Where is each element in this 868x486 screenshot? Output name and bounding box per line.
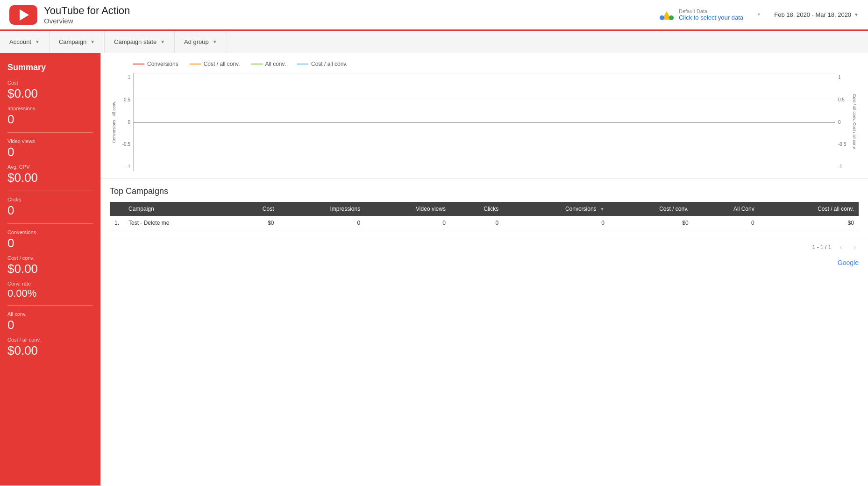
metric-group-conversions: Conversions 0 Cost / conv. $0.00 Conv. r… [7,223,93,300]
table-header: Campaign Cost Impressions Video views Cl… [110,202,859,216]
y-left-minus1: -1 [126,164,130,169]
filter-ad-group[interactable]: Ad group ▼ [175,31,227,53]
cell-num: 1. [110,216,124,230]
filter-ad-group-arrow: ▼ [213,39,217,44]
col-clicks[interactable]: Clicks [450,202,503,216]
y-left-minus05: -0.5 [122,142,130,147]
chart-25-line [134,98,835,98]
cell-campaign: Test - Delete me [124,216,233,230]
pagination-next-button[interactable]: › [851,242,859,252]
filter-campaign-state-label: Campaign state [114,38,157,45]
metric-cost-conv-label: Cost / conv. [7,255,93,261]
legend-conversions-line [133,64,144,64]
pagination: 1 - 1 / 1 ‹ › [100,238,868,256]
sort-icon-conversions: ▼ [600,207,605,212]
table-header-row: Campaign Cost Impressions Video views Cl… [110,202,859,216]
filter-campaign-state-arrow: ▼ [160,39,165,44]
y-axis-left-label: Conversions | All conv. [112,101,116,143]
cell-cost: $0 [233,216,278,230]
metric-impressions-value: 0 [7,112,93,127]
metric-avg-cpv-value: $0.00 [7,171,93,185]
col-cost-all-conv[interactable]: Cost / all conv. [759,202,859,216]
pagination-prev-button[interactable]: ‹ [837,242,845,252]
app-subtitle: Overview [44,17,130,25]
y-right-minus05: -0.5 [838,142,846,147]
legend-all-conv: All conv. [251,61,286,67]
y-right-05: 0.5 [838,97,845,102]
y-left-0: 0 [128,120,130,125]
filter-campaign-arrow: ▼ [90,39,95,44]
col-all-conv[interactable]: All Conv [693,202,759,216]
y-right-minus1: -1 [838,164,842,169]
data-source-text: Default Data Click to select your data [679,8,743,21]
legend-all-conv-line [251,64,263,64]
chart-plot-area [133,73,835,171]
header: YouTube for Action Overview Default Data… [0,0,868,31]
metric-group-all-conv: All conv. 0 Cost / all conv. $0.00 [7,305,93,358]
col-cost-per-conv[interactable]: Cost / conv. [609,202,693,216]
metric-video-views-label: Video views [7,138,93,144]
filter-campaign[interactable]: Campaign ▼ [50,31,105,53]
main-layout: Summary Cost $0.00 Impressions 0 Video v… [0,53,868,486]
y-right-1: 1 [838,75,841,80]
data-source-value: Click to select your data [679,14,743,21]
metric-cost-all-conv-label: Cost / all conv. [7,337,93,343]
table-section: Top Campaigns Campaign Cost Impressions … [100,179,868,238]
metric-cost-value: $0.00 [7,86,93,101]
data-source-selector[interactable]: Default Data Click to select your data [659,7,743,22]
col-impressions[interactable]: Impressions [279,202,365,216]
sidebar-title: Summary [7,63,93,72]
y-axis-right-label-container: Cost / all conv. Cost / all conv. [850,73,859,171]
col-video-views[interactable]: Video views [365,202,450,216]
filter-campaign-label: Campaign [59,38,86,45]
legend-cost-all-conv-2-label: Cost / all conv. [311,61,348,67]
legend-cost-all-conv-2-line [297,64,308,64]
date-range-arrow: ▼ [854,12,859,17]
col-num [110,202,124,216]
cell-cost-per-conv: $0 [609,216,693,230]
table-body: 1. Test - Delete me $0 0 0 0 0 $0 0 $0 [110,216,859,230]
col-conversions[interactable]: Conversions ▼ [503,202,609,216]
youtube-logo [9,5,37,25]
col-cost[interactable]: Cost [233,202,278,216]
campaigns-table: Campaign Cost Impressions Video views Cl… [110,202,859,230]
legend-cost-all-conv-1-label: Cost / all conv. [204,61,240,67]
header-right: Default Data Click to select your data •… [659,7,859,22]
filter-campaign-state[interactable]: Campaign state ▼ [105,31,175,53]
metric-all-conv-value: 0 [7,318,93,332]
header-title: YouTube for Action Overview [44,5,130,25]
cell-clicks: 0 [450,216,503,230]
metric-group-video: Video views 0 Avg. CPV $0.00 [7,132,93,185]
metric-cost-all-conv-value: $0.00 [7,343,93,358]
legend-conversions: Conversions [133,61,178,67]
app-title: YouTube for Action [44,5,130,17]
cell-impressions: 0 [279,216,365,230]
svg-point-2 [660,15,664,20]
table-row: 1. Test - Delete me $0 0 0 0 0 $0 0 $0 [110,216,859,230]
data-source-label: Default Data [679,8,743,14]
chart-legend: Conversions Cost / all conv. All conv. C… [110,61,859,67]
chart-container: Conversions Cost / all conv. All conv. C… [100,53,868,179]
y-left-1: 1 [128,75,130,80]
y-axis-right-values: 1 0.5 0 -0.5 -1 [835,73,850,171]
metric-cost-label: Cost [7,80,93,86]
y-axis-left-values: 1 0.5 0 -0.5 -1 [118,73,133,171]
pagination-text: 1 - 1 / 1 [812,244,832,250]
metric-clicks-value: 0 [7,203,93,218]
date-range-selector[interactable]: Feb 18, 2020 - Mar 18, 2020 ▼ [774,11,859,18]
play-icon [20,9,29,21]
metric-group-clicks: Clicks 0 [7,191,93,218]
footer: Google [100,256,868,269]
separator-dot-1: • [757,10,760,20]
legend-conversions-label: Conversions [147,61,178,67]
logo-container: YouTube for Action Overview [9,5,130,25]
svg-point-1 [669,15,674,20]
metric-impressions-label: Impressions [7,106,93,111]
filter-account-label: Account [9,38,31,45]
filter-account[interactable]: Account ▼ [9,31,50,53]
metric-all-conv-label: All conv. [7,311,93,317]
col-campaign[interactable]: Campaign [124,202,233,216]
filter-account-arrow: ▼ [35,39,40,44]
metric-cost-conv-value: $0.00 [7,262,93,276]
metric-group-cost: Cost $0.00 Impressions 0 [7,80,93,127]
